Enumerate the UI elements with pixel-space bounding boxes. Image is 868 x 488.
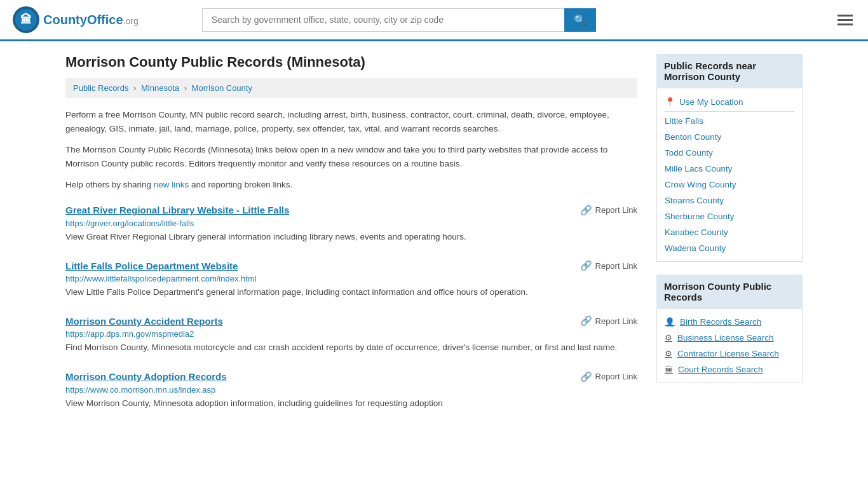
report-link-label: Report Link: [595, 372, 637, 381]
breadcrumb-morrison-county[interactable]: Morrison County: [192, 83, 252, 93]
use-my-location[interactable]: 📍 Use My Location: [665, 93, 794, 110]
nearby-place[interactable]: Todd County: [665, 145, 794, 161]
report-link[interactable]: 🔗 Report Link: [580, 205, 637, 216]
report-link[interactable]: 🔗 Report Link: [580, 260, 637, 271]
desc3-pre: Help others by sharing: [65, 180, 154, 189]
sidebar-record-links: 👤Birth Records Search⚙Business License S…: [665, 314, 794, 377]
logo-text: CountyOffice.org: [43, 13, 139, 27]
sidebar: Public Records near Morrison County 📍 Us…: [656, 54, 803, 426]
logo-org: .org: [123, 16, 139, 26]
nearby-place[interactable]: Mille Lacs County: [665, 161, 794, 177]
nearby-places-list: Little FallsBenton CountyTodd CountyMill…: [665, 113, 794, 256]
breadcrumb-sep-1: ›: [133, 83, 139, 93]
report-link[interactable]: 🔗 Report Link: [580, 371, 637, 383]
breadcrumb-minnesota[interactable]: Minnesota: [141, 83, 179, 93]
nearby-place[interactable]: Benton County: [665, 129, 794, 145]
nearby-items: 📍 Use My Location Little FallsBenton Cou…: [656, 88, 803, 262]
record-desc: View Great River Regional Library genera…: [65, 231, 637, 243]
sidebar-record-link[interactable]: 👤Birth Records Search: [665, 314, 794, 330]
breadcrumb: Public Records › Minnesota › Morrison Co…: [65, 78, 637, 98]
record-url[interactable]: https://griver.org/locations/little-fall…: [65, 219, 637, 228]
record-desc: View Little Falls Police Department's ge…: [65, 286, 637, 299]
record-title-row: Morrison County Accident Reports 🔗 Repor…: [65, 315, 637, 327]
record-title-row: Great River Regional Library Website - L…: [65, 205, 637, 216]
logo-area[interactable]: 🏛 CountyOffice.org: [13, 6, 139, 33]
nearby-header: Public Records near Morrison County: [656, 54, 803, 88]
svg-text:🏛: 🏛: [20, 13, 32, 26]
page-title: Morrison County Public Records (Minnesot…: [65, 54, 637, 71]
record-link-label: Contractor License Search: [677, 349, 779, 358]
menu-bar-3: [837, 24, 853, 25]
record-link-icon: ⚙: [665, 333, 672, 342]
report-icon: 🔗: [580, 315, 592, 327]
record-link-icon: 👤: [665, 317, 675, 327]
new-links-link[interactable]: new links: [154, 180, 189, 189]
record-url[interactable]: https://www.co.morrison.mn.us/index.asp: [65, 385, 637, 395]
record-desc: View Morrison County, Minnesota adoption…: [65, 397, 637, 410]
records-header: Morrison County Public Records: [656, 274, 803, 309]
description-1: Perform a free Morrison County, MN publi…: [65, 108, 637, 135]
record-url[interactable]: http://www.littlefallspolicedepartment.c…: [65, 274, 637, 283]
record-title[interactable]: Great River Regional Library Website - L…: [65, 205, 289, 215]
report-link-label: Report Link: [595, 205, 637, 215]
report-icon: 🔗: [580, 205, 592, 216]
use-my-location-label: Use My Location: [679, 97, 743, 107]
menu-bar-2: [837, 19, 853, 21]
main-container: Morrison County Public Records (Minnesot…: [53, 41, 815, 426]
description-2: The Morrison County Public Records (Minn…: [65, 143, 637, 170]
description-3: Help others by sharing new links and rep…: [65, 178, 637, 192]
header: 🏛 CountyOffice.org 🔍: [0, 0, 868, 41]
search-area: 🔍: [202, 8, 596, 32]
record-links-list: 👤Birth Records Search⚙Business License S…: [656, 309, 803, 383]
logo-county: County: [43, 13, 87, 27]
record-title-row: Little Falls Police Department Website 🔗…: [65, 260, 637, 271]
record-entry: Morrison County Accident Reports 🔗 Repor…: [65, 315, 637, 356]
nearby-place[interactable]: Crow Wing County: [665, 177, 794, 193]
nearby-place[interactable]: Stearns County: [665, 193, 794, 208]
record-link-label: Birth Records Search: [680, 317, 761, 327]
record-title[interactable]: Morrison County Accident Reports: [65, 316, 223, 327]
sidebar-record-link[interactable]: ⚙Business License Search: [665, 330, 794, 346]
nearby-place[interactable]: Sherburne County: [665, 208, 794, 224]
search-input[interactable]: [202, 8, 564, 32]
records-box: Morrison County Public Records 👤Birth Re…: [656, 274, 803, 383]
report-link-label: Report Link: [595, 261, 637, 271]
report-icon: 🔗: [580, 371, 592, 383]
search-button[interactable]: 🔍: [564, 8, 596, 32]
menu-button[interactable]: [835, 12, 855, 28]
record-url[interactable]: https://app.dps.mn.gov/mspmedia2: [65, 329, 637, 339]
nearby-place[interactable]: Little Falls: [665, 113, 794, 129]
record-entry: Little Falls Police Department Website 🔗…: [65, 260, 637, 301]
nearby-box: Public Records near Morrison County 📍 Us…: [656, 54, 803, 262]
search-icon: 🔍: [574, 15, 587, 25]
menu-bar-1: [837, 15, 853, 17]
report-icon: 🔗: [580, 260, 592, 271]
logo-icon: 🏛: [13, 6, 39, 33]
report-link[interactable]: 🔗 Report Link: [580, 315, 637, 327]
breadcrumb-public-records[interactable]: Public Records: [73, 83, 128, 93]
logo-office: Office: [87, 13, 123, 27]
record-link-label: Court Records Search: [678, 365, 763, 374]
sidebar-record-link[interactable]: ⚙Contractor License Search: [665, 346, 794, 362]
record-link-label: Business License Search: [677, 333, 774, 342]
records-list: Great River Regional Library Website - L…: [65, 205, 637, 412]
report-link-label: Report Link: [595, 316, 637, 326]
location-divider: [665, 111, 794, 112]
record-title-row: Morrison County Adoption Records 🔗 Repor…: [65, 371, 637, 383]
nearby-place[interactable]: Kanabec County: [665, 224, 794, 240]
pin-icon: 📍: [665, 97, 675, 107]
record-title[interactable]: Little Falls Police Department Website: [65, 261, 238, 271]
desc3-post: and reporting broken links.: [189, 180, 292, 189]
record-link-icon: ⚙: [665, 349, 672, 358]
record-entry: Great River Regional Library Website - L…: [65, 205, 637, 246]
record-link-icon: 🏛: [665, 365, 673, 374]
record-desc: Find Morrison County, Minnesota motorcyc…: [65, 341, 637, 354]
nearby-place[interactable]: Wadena County: [665, 240, 794, 256]
breadcrumb-sep-2: ›: [184, 83, 189, 93]
sidebar-record-link[interactable]: 🏛Court Records Search: [665, 362, 794, 377]
record-entry: Morrison County Adoption Records 🔗 Repor…: [65, 371, 637, 412]
record-title[interactable]: Morrison County Adoption Records: [65, 371, 227, 382]
content-area: Morrison County Public Records (Minnesot…: [65, 54, 637, 426]
